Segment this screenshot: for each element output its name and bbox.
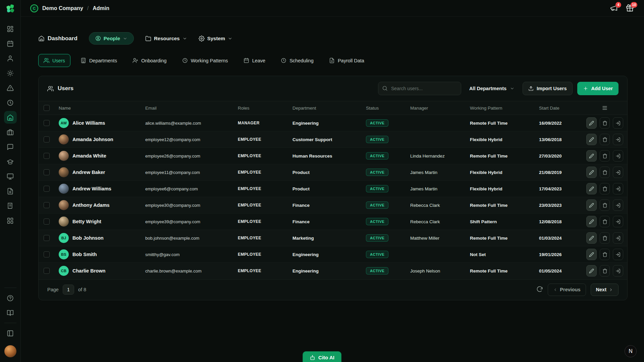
sidebar-item-payslips[interactable]: [4, 199, 17, 212]
column-header-department[interactable]: Department: [288, 101, 362, 115]
table-row[interactable]: Amanda Johnson employee12@company.com EM…: [39, 131, 627, 148]
column-header-status[interactable]: Status: [362, 101, 406, 115]
row-checkbox[interactable]: [44, 120, 50, 126]
nav-dashboard[interactable]: Dashboard: [38, 35, 77, 42]
sidebar-item-learning[interactable]: [4, 155, 17, 168]
delete-user-button[interactable]: [600, 265, 610, 277]
breadcrumb-section[interactable]: Admin: [93, 5, 109, 11]
edit-user-button[interactable]: [586, 216, 597, 227]
tab-working-patterns[interactable]: Working Patterns: [177, 54, 233, 67]
column-header-working-pattern[interactable]: Working Pattern: [466, 101, 535, 115]
tab-scheduling[interactable]: Scheduling: [275, 54, 319, 67]
edit-user-button[interactable]: [586, 265, 597, 277]
delete-user-button[interactable]: [600, 134, 610, 145]
next-page-button[interactable]: Next: [591, 284, 619, 296]
edit-user-button[interactable]: [586, 150, 597, 162]
row-checkbox[interactable]: [44, 251, 50, 257]
cito-ai-button[interactable]: Cito AI: [303, 351, 341, 362]
delete-user-button[interactable]: [600, 249, 610, 260]
edit-user-button[interactable]: [586, 134, 597, 145]
import-users-button[interactable]: Import Users: [523, 82, 572, 95]
edit-user-button[interactable]: [586, 183, 597, 194]
tab-payroll-data[interactable]: Payroll Data: [324, 54, 370, 67]
row-checkbox[interactable]: [44, 202, 50, 208]
table-row[interactable]: Andrew Williams employee6@company.com EM…: [39, 181, 627, 197]
refresh-icon[interactable]: [536, 286, 543, 293]
column-header-start-date[interactable]: Start Date: [535, 101, 582, 115]
sidebar-item-company[interactable]: [4, 126, 17, 138]
table-row[interactable]: BS Bob Smith smitthy@gav.com EMPLOYEE En…: [39, 246, 627, 263]
sidebar-item-dashboard[interactable]: [4, 22, 17, 35]
whats-new-button[interactable]: 10: [626, 4, 635, 13]
edit-user-button[interactable]: [586, 232, 597, 244]
sidebar-user-avatar[interactable]: [4, 345, 16, 357]
delete-user-button[interactable]: [600, 167, 610, 178]
row-checkbox[interactable]: [44, 136, 50, 142]
sidebar-item-home[interactable]: [4, 111, 17, 124]
impersonate-user-button[interactable]: [613, 249, 623, 260]
impersonate-user-button[interactable]: [613, 232, 623, 244]
row-checkbox[interactable]: [44, 219, 50, 225]
sidebar-item-time[interactable]: [4, 96, 17, 109]
delete-user-button[interactable]: [600, 150, 610, 162]
impersonate-user-button[interactable]: [613, 265, 623, 277]
table-row[interactable]: AW Alice Williams alice.williams@example…: [39, 115, 627, 131]
sidebar-item-devices[interactable]: [4, 170, 17, 183]
row-checkbox[interactable]: [44, 186, 50, 192]
column-header-email[interactable]: Email: [141, 101, 234, 115]
sidebar-item-calendar[interactable]: [4, 37, 17, 50]
column-header-name[interactable]: Name: [55, 101, 141, 115]
column-header-manager[interactable]: Manager: [406, 101, 466, 115]
edit-user-button[interactable]: [586, 117, 597, 129]
tab-onboarding[interactable]: Onboarding: [127, 54, 172, 67]
department-filter-select[interactable]: All Departments: [466, 86, 518, 91]
edit-user-button[interactable]: [586, 167, 597, 178]
nav-resources-menu[interactable]: Resources: [145, 36, 187, 42]
impersonate-user-button[interactable]: [613, 167, 623, 178]
impersonate-user-button[interactable]: [613, 216, 623, 227]
table-row[interactable]: Anthony Adams employee30@company.com EMP…: [39, 197, 627, 214]
tab-users[interactable]: Users: [38, 54, 70, 67]
sidebar-item-documents[interactable]: [4, 185, 17, 197]
select-all-checkbox[interactable]: [44, 105, 50, 111]
notion-badge[interactable]: N: [625, 345, 637, 357]
announcements-button[interactable]: 4: [610, 4, 619, 13]
sidebar-item-alerts[interactable]: [4, 81, 17, 94]
impersonate-user-button[interactable]: [613, 117, 623, 129]
nav-system-menu[interactable]: System: [199, 36, 232, 42]
sidebar-item-messages[interactable]: [4, 140, 17, 153]
table-row[interactable]: Amanda White employee26@company.com EMPL…: [39, 148, 627, 164]
delete-user-button[interactable]: [600, 232, 610, 244]
row-checkbox[interactable]: [44, 268, 50, 274]
sidebar-item-docs[interactable]: [4, 306, 17, 319]
tab-departments[interactable]: Departments: [75, 54, 122, 67]
column-header-roles[interactable]: Roles: [234, 101, 288, 115]
table-row[interactable]: Andrew Baker employee11@company.com EMPL…: [39, 164, 627, 181]
row-checkbox[interactable]: [44, 169, 50, 175]
impersonate-user-button[interactable]: [613, 134, 623, 145]
column-settings-icon[interactable]: [602, 105, 608, 111]
sidebar-item-help[interactable]: [4, 292, 17, 304]
nav-people-menu[interactable]: People: [89, 32, 134, 45]
impersonate-user-button[interactable]: [613, 199, 623, 211]
add-user-button[interactable]: Add User: [577, 82, 619, 95]
table-row[interactable]: BJ Bob Johnson bob.johnson@example.com E…: [39, 230, 627, 246]
tab-leave[interactable]: Leave: [238, 54, 271, 67]
delete-user-button[interactable]: [600, 199, 610, 211]
previous-page-button[interactable]: Previous: [548, 284, 586, 296]
delete-user-button[interactable]: [600, 117, 610, 129]
app-logo[interactable]: [6, 4, 15, 13]
impersonate-user-button[interactable]: [613, 150, 623, 162]
table-row[interactable]: Betty Wright employee39@company.com EMPL…: [39, 214, 627, 230]
breadcrumb-company[interactable]: Demo Company: [42, 5, 83, 11]
sidebar-item-apps[interactable]: [4, 214, 17, 227]
table-row[interactable]: CB Charlie Brown charlie.brown@example.c…: [39, 263, 627, 279]
row-checkbox[interactable]: [44, 235, 50, 241]
search-input[interactable]: [378, 82, 461, 95]
sidebar-item-brightness[interactable]: [4, 67, 17, 79]
edit-user-button[interactable]: [586, 199, 597, 211]
row-checkbox[interactable]: [44, 153, 50, 159]
edit-user-button[interactable]: [586, 249, 597, 260]
sidebar-item-profile[interactable]: [4, 52, 17, 65]
sidebar-collapse-toggle[interactable]: [4, 327, 17, 340]
